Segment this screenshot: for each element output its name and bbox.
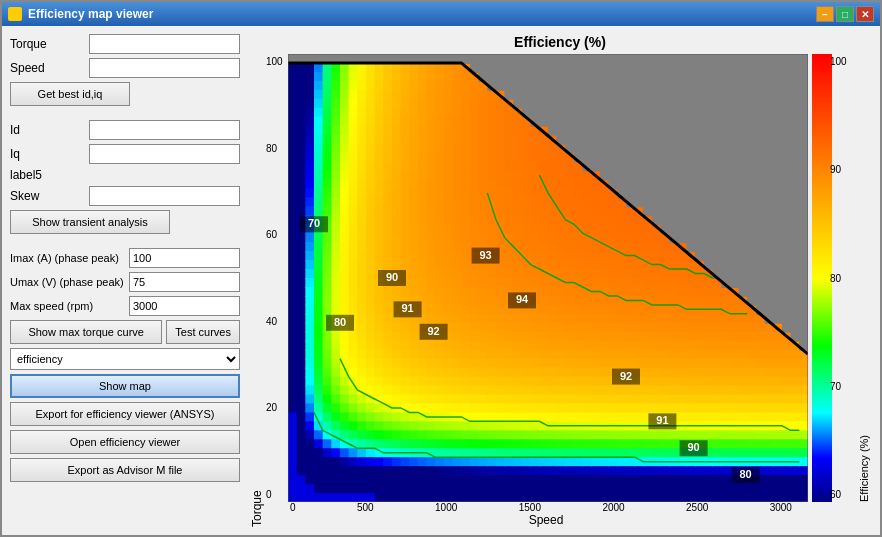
iq-label: Iq <box>10 147 85 161</box>
torque-label: Torque <box>10 37 85 51</box>
chart-ylabel: Torque <box>248 54 264 527</box>
torque-row: Torque <box>10 34 240 54</box>
show-max-torque-button[interactable]: Show max torque curve <box>10 320 162 344</box>
export-advisor-row: Export as Advisor M file <box>10 458 240 482</box>
chart-area: Torque 0 20 40 60 80 100 <box>248 54 872 527</box>
xtick-3000: 3000 <box>770 502 792 513</box>
ytick-80: 80 <box>266 143 286 154</box>
iq-input[interactable] <box>89 144 240 164</box>
imax-row: Imax (A) (phase peak) <box>10 248 240 268</box>
test-curves-button[interactable]: Test curves <box>166 320 240 344</box>
ytick-60: 60 <box>266 229 286 240</box>
umax-label: Umax (V) (phase peak) <box>10 276 125 288</box>
minimize-button[interactable]: − <box>816 6 834 22</box>
window-controls: − □ ✕ <box>816 6 874 22</box>
imax-input[interactable] <box>129 248 240 268</box>
content-area: Torque Speed Get best id,iq Id Iq label5 <box>2 26 880 535</box>
show-transient-row: Show transient analysis <box>10 210 240 234</box>
max-speed-input[interactable] <box>129 296 240 316</box>
ytick-20: 20 <box>266 402 286 413</box>
id-label: Id <box>10 123 85 137</box>
label5-label: label5 <box>10 168 85 182</box>
skew-label: Skew <box>10 189 85 203</box>
main-window: Efficiency map viewer − □ ✕ Torque Speed… <box>0 0 882 537</box>
umax-row: Umax (V) (phase peak) <box>10 272 240 292</box>
colorbar-tick-70: 70 <box>830 381 847 392</box>
colorbar-container: 60708090100 <box>808 54 858 502</box>
label5-row: label5 <box>10 168 240 182</box>
dropdown-row: efficiency power losses <box>10 348 240 370</box>
max-speed-label: Max speed (rpm) <box>10 300 125 312</box>
colorbar-ylabel: Efficiency (%) <box>858 54 872 502</box>
export-advisor-button[interactable]: Export as Advisor M file <box>10 458 240 482</box>
max-speed-row: Max speed (rpm) <box>10 296 240 316</box>
colorbar-tick-90: 90 <box>830 164 847 175</box>
speed-row: Speed <box>10 58 240 78</box>
maximize-button[interactable]: □ <box>836 6 854 22</box>
open-viewer-button[interactable]: Open efficiency viewer <box>10 430 240 454</box>
xtick-labels: 0 500 1000 1500 2000 2500 3000 <box>290 502 792 513</box>
titlebar: Efficiency map viewer − □ ✕ <box>2 2 880 26</box>
right-panel: Efficiency (%) Torque 0 20 40 60 80 1 <box>248 34 872 527</box>
show-transient-button[interactable]: Show transient analysis <box>10 210 170 234</box>
show-map-row: Show map <box>10 374 240 398</box>
export-ansys-button[interactable]: Export for efficiency viewer (ANSYS) <box>10 402 240 426</box>
colorbar-tick-80: 80 <box>830 273 847 284</box>
open-viewer-row: Open efficiency viewer <box>10 430 240 454</box>
colorbar-canvas <box>812 54 832 502</box>
ytick-40: 40 <box>266 316 286 327</box>
efficiency-chart <box>288 54 808 502</box>
left-panel: Torque Speed Get best id,iq Id Iq label5 <box>10 34 240 527</box>
chart-xlabel: Speed <box>264 513 872 527</box>
xtick-2000: 2000 <box>602 502 624 513</box>
chart-canvas-container <box>288 54 808 502</box>
colorbar-tick-100: 100 <box>830 56 847 67</box>
export-ansys-row: Export for efficiency viewer (ANSYS) <box>10 402 240 426</box>
ytick-0: 0 <box>266 489 286 500</box>
app-icon <box>8 7 22 21</box>
torque-input[interactable] <box>89 34 240 54</box>
map-type-dropdown[interactable]: efficiency power losses <box>10 348 240 370</box>
close-button[interactable]: ✕ <box>856 6 874 22</box>
umax-input[interactable] <box>129 272 240 292</box>
get-best-button[interactable]: Get best id,iq <box>10 82 130 106</box>
speed-input[interactable] <box>89 58 240 78</box>
colorbar-tick-60: 60 <box>830 489 847 500</box>
xtick-2500: 2500 <box>686 502 708 513</box>
iq-row: Iq <box>10 144 240 164</box>
xtick-area: 0 500 1000 1500 2000 2500 3000 <box>264 502 872 513</box>
xtick-1500: 1500 <box>519 502 541 513</box>
skew-row: Skew <box>10 186 240 206</box>
ytick-labels: 0 20 40 60 80 100 <box>264 54 288 502</box>
speed-label: Speed <box>10 61 85 75</box>
id-row: Id <box>10 120 240 140</box>
skew-input[interactable] <box>89 186 240 206</box>
chart-title: Efficiency (%) <box>248 34 872 50</box>
ytick-100: 100 <box>266 56 286 67</box>
id-input[interactable] <box>89 120 240 140</box>
xtick-1000: 1000 <box>435 502 457 513</box>
torque-test-row: Show max torque curve Test curves <box>10 320 240 344</box>
imax-label: Imax (A) (phase peak) <box>10 252 125 264</box>
xtick-0: 0 <box>290 502 296 513</box>
window-title: Efficiency map viewer <box>28 7 810 21</box>
show-map-button[interactable]: Show map <box>10 374 240 398</box>
xtick-500: 500 <box>357 502 374 513</box>
get-best-row: Get best id,iq <box>10 82 240 106</box>
